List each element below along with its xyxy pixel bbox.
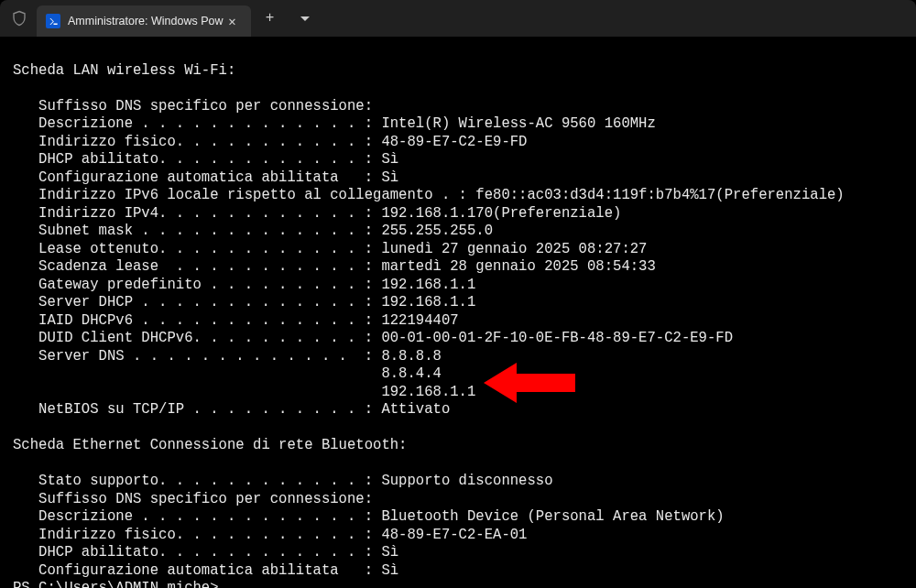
- output-line: Lease ottenuto. . . . . . . . . . . . : …: [13, 241, 647, 257]
- terminal-output[interactable]: Scheda LAN wireless Wi-Fi: Suffisso DNS …: [0, 37, 916, 588]
- tab-dropdown-button[interactable]: [289, 3, 321, 34]
- output-line-dns: Server DNS . . . . . . . . . . . . . : 8…: [13, 348, 442, 365]
- tab-title: Amministratore: Windows Pow: [68, 15, 224, 27]
- svg-marker-0: [484, 363, 575, 403]
- output-line: Subnet mask . . . . . . . . . . . . . : …: [13, 223, 493, 239]
- annotation-arrow-icon: [484, 357, 575, 408]
- output-line: Indirizzo IPv6 locale rispetto al colleg…: [13, 187, 845, 203]
- output-line: DHCP abilitato. . . . . . . . . . . . : …: [13, 151, 398, 168]
- output-line: Server DHCP . . . . . . . . . . . . . : …: [13, 294, 475, 310]
- section-header: Scheda LAN wireless Wi-Fi:: [13, 62, 235, 79]
- output-line: Configurazione automatica abilitata : Sì: [13, 169, 398, 186]
- window-tab[interactable]: Amministratore: Windows Pow ✕: [37, 5, 251, 37]
- output-line: Indirizzo IPv4. . . . . . . . . . . . : …: [13, 205, 621, 222]
- titlebar: Amministratore: Windows Pow ✕ +: [0, 0, 916, 37]
- output-line: NetBIOS su TCP/IP . . . . . . . . . . : …: [13, 401, 450, 418]
- output-line: DUID Client DHCPv6. . . . . . . . . . : …: [13, 330, 733, 346]
- output-line: Indirizzo fisico. . . . . . . . . . . : …: [13, 527, 527, 543]
- output-line: Stato supporto. . . . . . . . . . . . : …: [13, 473, 553, 489]
- output-line: DHCP abilitato. . . . . . . . . . . . : …: [13, 544, 398, 561]
- prompt: PS C:\Users\ADMIN_miche>: [13, 580, 219, 588]
- tab-close-button[interactable]: ✕: [224, 12, 242, 30]
- section-header: Scheda Ethernet Connessione di rete Blue…: [13, 437, 407, 453]
- output-line: Suffisso DNS specifico per connessione:: [13, 491, 373, 507]
- powershell-icon: [46, 14, 60, 28]
- output-line: Descrizione . . . . . . . . . . . . . : …: [13, 508, 725, 525]
- output-line-dns: 8.8.4.4: [13, 365, 442, 382]
- output-line: Indirizzo fisico. . . . . . . . . . . : …: [13, 134, 527, 150]
- output-line: Gateway predefinito . . . . . . . . . : …: [13, 277, 475, 293]
- output-line: IAID DHCPv6 . . . . . . . . . . . . . : …: [13, 312, 459, 329]
- new-tab-button[interactable]: +: [255, 3, 286, 34]
- output-line: Configurazione automatica abilitata : Sì: [13, 562, 398, 579]
- output-line-dns: 192.168.1.1: [13, 384, 475, 400]
- output-line: Scadenza lease . . . . . . . . . . . : m…: [13, 258, 656, 275]
- output-line: Descrizione . . . . . . . . . . . . . : …: [13, 115, 656, 132]
- shield-icon: [11, 10, 27, 27]
- output-line: Suffisso DNS specifico per connessione:: [13, 98, 373, 114]
